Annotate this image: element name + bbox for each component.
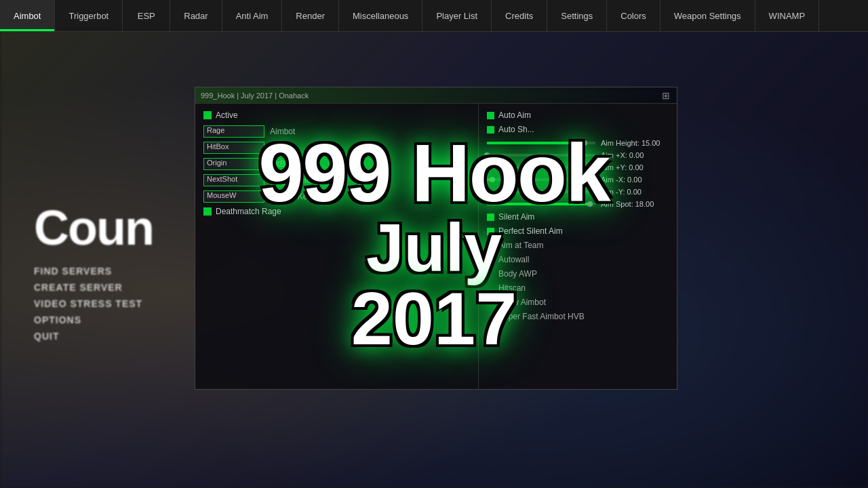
- panel-title: 999_Hook | July 2017 | Onahack: [201, 92, 309, 100]
- bg-menu-item: OPTIONS: [34, 314, 153, 325]
- active-label: Active: [216, 110, 238, 120]
- hitbox-label: HitBox: [270, 159, 294, 169]
- panel-close-button[interactable]: ⊞: [660, 90, 671, 101]
- aimbot-label: Aimbot: [270, 127, 295, 136]
- select-key-row: MouseW Aim on Key: [203, 190, 470, 203]
- autowall-label: Autowall: [498, 255, 669, 264]
- bg-game-title: Coun: [34, 203, 153, 252]
- bg-menu-items: FIND SERVERSCREATE SERVERVIDEO STRESS TE…: [34, 266, 153, 342]
- auto-aim-checkbox[interactable]: [487, 112, 494, 119]
- tab-miscellaneous[interactable]: Miscellaneous: [339, 0, 422, 31]
- aim-spot-track[interactable]: [487, 203, 595, 205]
- target-select[interactable]: NextShot: [203, 174, 264, 186]
- silent-aim-row: Silent Aim: [487, 212, 669, 222]
- tab-anti-aim[interactable]: Anti Aim: [222, 0, 283, 31]
- select-target-row: NextShot Target Selection: [203, 174, 470, 186]
- select-hitbox-row: Origin HitBox: [203, 158, 470, 170]
- active-row: Active: [203, 110, 470, 120]
- aim-mx-value: Aim -X: 0.00: [601, 176, 669, 184]
- left-column: Active Rage Aimbot HitBox Type Origin Hi…: [195, 104, 478, 389]
- perfect-silent-checkbox[interactable]: [487, 228, 494, 235]
- perfect-silent-row: Perfect Silent Aim: [487, 226, 669, 236]
- auto-shoot-row: Auto Sh...: [487, 125, 669, 134]
- panel-titlebar: 999_Hook | July 2017 | Onahack ⊞: [195, 87, 677, 104]
- topbar: AimbotTriggerbotESPRadarAnti AimRenderMi…: [0, 0, 868, 32]
- select-aimbot-row: Rage Aimbot: [203, 125, 470, 138]
- tab-player-list[interactable]: Player List: [422, 0, 492, 31]
- aim-my-slider-row: Aim -Y: 0.00: [487, 188, 669, 196]
- aim-spot-value: Aim Spot: 18.00: [601, 200, 669, 208]
- aim-px-value: Aim +X: 0.00: [601, 151, 669, 159]
- aim-mx-slider-row: Aim -X: 0.00: [487, 176, 669, 184]
- aim-my-value: Aim -Y: 0.00: [601, 188, 669, 196]
- tab-aimbot[interactable]: Aimbot: [0, 0, 55, 31]
- body-awp-label: Body AWP: [498, 269, 669, 279]
- key-label: Aim on Key: [270, 192, 311, 201]
- active-checkbox[interactable]: [203, 111, 212, 119]
- super-fast-label: Super Fast Aimbot HVB: [498, 312, 669, 321]
- deathmatch-checkbox[interactable]: [203, 207, 212, 216]
- bg-menu-item: QUIT: [34, 331, 153, 342]
- target-label: Target Selection: [270, 176, 328, 185]
- aim-my-track[interactable]: [487, 190, 595, 193]
- aim-spot-slider-row: Aim Spot: 18.00: [487, 200, 669, 208]
- type-label: Type: [270, 143, 288, 152]
- deathmatch-row: Deathmatch Rage: [203, 207, 470, 216]
- type-select[interactable]: HitBox: [203, 142, 264, 154]
- silent-aim-label: Silent Aim: [498, 212, 534, 222]
- bg-menu-item: CREATE SERVER: [34, 282, 153, 293]
- hitbox-select[interactable]: Origin: [203, 158, 264, 170]
- tab-weapon-settings[interactable]: Weapon Settings: [660, 0, 755, 31]
- tab-render[interactable]: Render: [282, 0, 339, 31]
- aim-py-track[interactable]: [487, 166, 595, 169]
- tab-radar[interactable]: Radar: [170, 0, 222, 31]
- aim-px-slider-row: Aim +X: 0.00: [487, 151, 669, 159]
- main-panel: 999_Hook | July 2017 | Onahack ⊞ Active …: [195, 87, 677, 390]
- panel-content: Active Rage Aimbot HitBox Type Origin Hi…: [195, 104, 677, 389]
- aim-height-value: Aim Height: 15.00: [601, 139, 669, 147]
- bg-menu: Coun FIND SERVERSCREATE SERVERVIDEO STRE…: [34, 203, 153, 347]
- auto-aim-row: Auto Aim: [487, 110, 669, 120]
- aim-at-team-label: Aim at Team: [498, 241, 669, 250]
- silent-aim-checkbox[interactable]: [487, 214, 494, 221]
- key-select[interactable]: MouseW: [203, 190, 264, 203]
- tab-colors[interactable]: Colors: [607, 0, 660, 31]
- tab-winamp[interactable]: WINAMP: [755, 0, 819, 31]
- select-type-row: HitBox Type: [203, 142, 470, 154]
- aimbot-select[interactable]: Rage: [203, 125, 264, 138]
- bg-menu-item: VIDEO STRESS TEST: [34, 298, 153, 309]
- auto-shoot-checkbox[interactable]: [487, 126, 494, 134]
- deathmatch-label: Deathmatch Rage: [216, 207, 281, 216]
- perfect-silent-label: Perfect Silent Aim: [498, 226, 563, 236]
- aim-py-slider-row: Aim +Y: 0.00: [487, 163, 669, 171]
- tab-esp[interactable]: ESP: [123, 0, 170, 31]
- aim-height-track[interactable]: [487, 142, 595, 144]
- aim-py-value: Aim +Y: 0.00: [601, 163, 669, 171]
- auto-shoot-label: Auto Sh...: [498, 125, 534, 134]
- hitscan-label: Hitscan: [498, 283, 669, 293]
- right-column: Auto Aim Auto Sh... Aim Height: 15.00: [478, 104, 677, 389]
- aim-px-track[interactable]: [487, 154, 595, 157]
- tab-settings[interactable]: Settings: [547, 0, 607, 31]
- auto-aim-label: Auto Aim: [498, 110, 531, 120]
- aim-height-slider-row: Aim Height: 15.00: [487, 139, 669, 147]
- bg-menu-item: FIND SERVERS: [34, 266, 153, 277]
- show-aimbot-label: Show Aimbot: [498, 298, 669, 307]
- aim-mx-track[interactable]: [487, 178, 595, 181]
- tab-triggerbot[interactable]: Triggerbot: [55, 0, 123, 31]
- tab-credits[interactable]: Credits: [492, 0, 547, 31]
